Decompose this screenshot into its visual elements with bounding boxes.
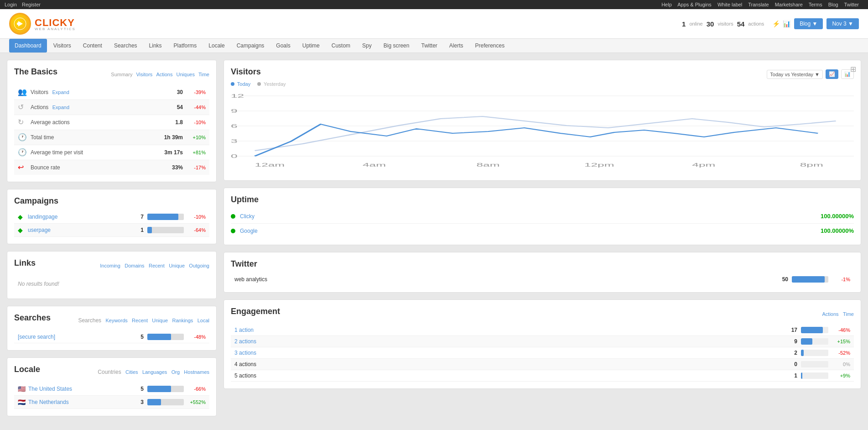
tab-platforms[interactable]: Platforms [168,39,203,52]
visitors-card: Visitors Today vs Yesterday ▼ 📈 📊 Today … [223,60,861,181]
register-link[interactable]: Register [22,2,41,7]
campaign-user-icon: ◆ [18,226,25,234]
eng-1-label: 1 action [234,327,784,333]
searches-keywords-link[interactable]: Keywords [105,318,127,323]
header: CLICKY WEB ANALYTICS 1 online 30 visitor… [0,9,868,39]
searches-local-link[interactable]: Local [198,318,209,323]
avg-time-label: Average time per visit [31,149,156,156]
tab-twitter[interactable]: Twitter [416,39,442,52]
twitter-webanalytics-count: 50 [774,276,788,283]
engagement-actions-link[interactable]: Actions [822,311,839,317]
date-dropdown-button[interactable]: Nov 3 ▼ [826,18,859,29]
tab-preferences[interactable]: Preferences [470,39,510,52]
summary-uniques-link[interactable]: Uniques [177,72,195,77]
tab-locale[interactable]: Locale [203,39,230,52]
twitter-topbar-link[interactable]: Twitter [844,2,859,7]
searches-unique-link[interactable]: Unique [152,318,168,323]
tab-visitors[interactable]: Visitors [48,39,77,52]
visitors-expand-icon[interactable]: ⊞ [850,65,856,73]
visitors-chart-title: Visitors [231,67,261,77]
engagement-time-link[interactable]: Time [843,311,854,317]
eng-3-link[interactable]: 3 actions [234,350,256,356]
locale-nl-link[interactable]: The Netherlands [28,399,69,405]
actions-expand-link[interactable]: Expand [52,105,69,110]
top-bar-left: Login Register [5,2,44,7]
eng-1-link[interactable]: 1 action [234,327,254,333]
locale-hostnames-link[interactable]: Hostnames [184,369,209,375]
login-link[interactable]: Login [5,2,17,7]
translate-link[interactable]: Translate [748,2,769,7]
summary-time-link[interactable]: Time [198,72,209,77]
campaigns-title: Campaigns [14,196,209,206]
tab-bigscreen[interactable]: Big screen [378,39,415,52]
apps-plugins-link[interactable]: Apps & Plugins [677,2,712,7]
searches-card: Searches Searches Keywords Recent Unique… [7,306,217,351]
legend-today: Today [231,81,250,87]
bounce-label: Bounce rate [31,164,156,171]
eng-1-bar-fill [801,327,823,333]
summary-actions-link[interactable]: Actions [156,72,172,77]
searches-recent-link[interactable]: Recent [132,318,148,323]
tab-dashboard[interactable]: Dashboard [9,39,47,52]
tab-campaigns[interactable]: Campaigns [231,39,270,52]
tab-searches[interactable]: Searches [109,39,143,52]
left-panel: The Basics Summary Visitors Actions Uniq… [7,60,217,416]
campaign-landing-link[interactable]: landingpage [28,214,57,220]
eng-2-link[interactable]: 2 actions [234,338,256,345]
help-link[interactable]: Help [661,2,672,7]
tab-goals[interactable]: Goals [270,39,296,52]
locale-us-label: The United States [28,386,130,392]
blog-topbar-link[interactable]: Blog [828,2,838,7]
links-unique-link[interactable]: Unique [169,263,185,268]
top-bar: Login Register Help Apps & Plugins White… [0,0,868,9]
uptime-google-dot [231,229,235,233]
eng-1-bar [801,327,828,333]
tab-uptime[interactable]: Uptime [297,39,325,52]
terms-link[interactable]: Terms [809,2,822,7]
searches-rankings-link[interactable]: Rankings [172,318,193,323]
twitter-webanalytics-link[interactable]: web analytics [234,276,267,283]
campaign-row-landing: ◆ landingpage 7 -10% [14,210,209,224]
search-secure-link[interactable]: [secure search] [18,334,55,340]
links-outgoing-link[interactable]: Outgoing [189,263,209,268]
tab-links[interactable]: Links [144,39,167,52]
tab-spy[interactable]: Spy [357,39,377,52]
actions-count: 54 [737,20,745,28]
locale-us-link[interactable]: The United States [28,386,72,392]
marketshare-link[interactable]: Marketshare [775,2,803,7]
header-icons: ⚡ 📊 [772,20,790,27]
svg-text:8am: 8am [477,163,500,168]
logo-icon [9,13,31,35]
visitors-value: 30 [156,89,183,95]
summary-label: Summary [111,72,132,77]
eng-3-label: 3 actions [234,350,784,356]
uptime-google-link[interactable]: Google [240,228,258,234]
twitter-row-webanalytics: web analytics 50 -1% [231,273,854,285]
tab-alerts[interactable]: Alerts [444,39,469,52]
realtime-icon[interactable]: ⚡ [772,20,780,27]
links-domains-link[interactable]: Domains [125,263,144,268]
locale-cities-link[interactable]: Cities [125,369,138,375]
links-recent-link[interactable]: Recent [149,263,165,268]
tab-custom[interactable]: Custom [326,39,356,52]
svg-text:4am: 4am [363,163,386,168]
eng-3-count: 2 [784,350,797,356]
locale-languages-link[interactable]: Languages [142,369,167,375]
visitors-expand-link[interactable]: Expand [52,89,69,95]
locale-org-link[interactable]: Org [172,369,180,375]
chart-line-btn[interactable]: 📈 [826,69,838,79]
locale-us-bar [147,386,184,392]
chart-icon[interactable]: 📊 [783,20,790,27]
total-time-icon: 🕐 [18,133,27,142]
links-header-links: Incoming Domains Recent Unique Outgoing [97,262,209,269]
tab-content[interactable]: Content [78,39,108,52]
summary-visitors-link[interactable]: Visitors [136,72,152,77]
blog-dropdown-button[interactable]: Blog ▼ [794,18,823,29]
links-incoming-link[interactable]: Incoming [100,263,120,268]
top-bar-right: Help Apps & Plugins White label Translat… [661,2,863,7]
campaign-user-link[interactable]: userpage [28,227,51,233]
white-label-link[interactable]: White label [717,2,742,7]
chart-dropdown-btn[interactable]: Today vs Yesterday ▼ [767,70,823,79]
uptime-clicky-link[interactable]: Clicky [240,213,255,220]
svg-text:0: 0 [231,154,238,159]
